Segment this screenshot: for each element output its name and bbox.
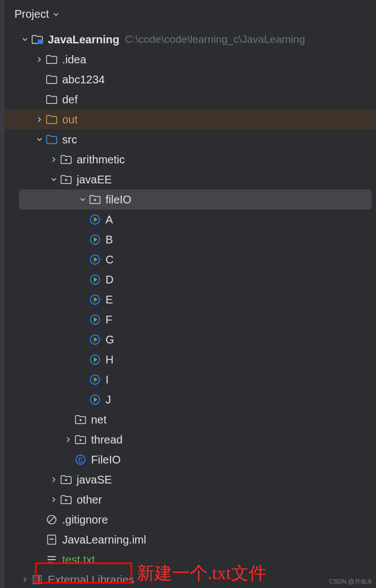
- tree-label: JavaLearning.iml: [62, 534, 146, 546]
- tree-label: E: [106, 293, 113, 306]
- tree-item-src[interactable]: src: [4, 129, 376, 150]
- java-runnable-class-icon: [89, 253, 101, 266]
- tree-label: I: [106, 373, 109, 386]
- panel-title: Project: [14, 8, 49, 21]
- tree-item-class-h[interactable]: H: [4, 350, 376, 370]
- chevron-down-icon: [33, 136, 46, 143]
- ignore-file-icon: [46, 514, 58, 526]
- module-folder-icon: [31, 33, 43, 46]
- tree-item-idea[interactable]: .idea: [4, 49, 376, 69]
- tree-item-fileio-class[interactable]: C FileIO: [4, 450, 376, 470]
- chevron-down-icon: [48, 176, 60, 183]
- folder-icon: [46, 73, 58, 86]
- svg-point-14: [79, 419, 82, 421]
- tree-item-class-g[interactable]: G: [4, 330, 376, 350]
- tree-item-def[interactable]: def: [4, 89, 376, 109]
- chevron-down-icon: [52, 11, 60, 18]
- chevron-right-icon: [48, 496, 60, 504]
- tree-label: A: [106, 213, 113, 226]
- tree-item-fileio[interactable]: fileIO: [19, 190, 372, 210]
- java-class-icon: C: [74, 454, 87, 466]
- tree-item-out[interactable]: out: [4, 109, 376, 129]
- tree-label: FileIO: [91, 454, 121, 466]
- tree-label: thread: [91, 433, 123, 446]
- chevron-right-icon: [33, 116, 46, 123]
- folder-excluded-icon: [46, 113, 58, 126]
- tree-label: B: [106, 233, 113, 246]
- chevron-right-icon: [19, 576, 31, 584]
- java-runnable-class-icon: [89, 213, 101, 226]
- tree-item-other[interactable]: other: [4, 490, 376, 510]
- tree-item-net[interactable]: net: [4, 410, 376, 430]
- package-icon: [89, 193, 101, 206]
- source-folder-icon: [46, 133, 58, 146]
- tree-label: H: [106, 353, 113, 366]
- tree-item-class-b[interactable]: B: [4, 230, 376, 250]
- package-icon: [60, 494, 72, 506]
- project-panel-header[interactable]: Project: [4, 6, 376, 29]
- java-runnable-class-icon: [89, 353, 101, 366]
- java-runnable-class-icon: [89, 393, 101, 406]
- tree-label: javaSE: [77, 474, 112, 486]
- java-runnable-class-icon: [89, 233, 101, 246]
- chevron-right-icon: [33, 56, 46, 63]
- tree-item-thread[interactable]: thread: [4, 430, 376, 450]
- svg-point-1: [65, 159, 67, 161]
- svg-point-2: [65, 179, 67, 181]
- chevron-right-icon: [48, 476, 60, 484]
- package-icon: [60, 153, 72, 166]
- java-runnable-class-icon: [89, 273, 101, 286]
- tree-label: out: [62, 113, 78, 126]
- tree-item-javaee[interactable]: javaEE: [4, 170, 376, 190]
- svg-rect-23: [49, 539, 53, 540]
- tree-item-class-f[interactable]: F: [4, 310, 376, 330]
- tree-item-abc[interactable]: abc1234: [4, 69, 376, 89]
- tree-label: .idea: [62, 53, 86, 66]
- tree-label: F: [106, 313, 112, 326]
- chevron-right-icon: [62, 436, 74, 444]
- svg-rect-0: [38, 39, 42, 44]
- tree-label: J: [106, 393, 111, 406]
- gutter-bar: [0, 0, 4, 588]
- tree-label: C: [106, 253, 113, 266]
- svg-point-18: [65, 479, 67, 481]
- tree-path: C:\code\code\learning_c\JavaLearning: [125, 33, 305, 46]
- tree-label: fileIO: [106, 193, 132, 206]
- tree-label: src: [62, 133, 77, 146]
- tree-item-class-d[interactable]: D: [4, 270, 376, 290]
- chevron-down-icon: [77, 196, 89, 203]
- tree-label: def: [62, 93, 78, 106]
- package-icon: [60, 173, 72, 186]
- chevron-down-icon: [19, 36, 31, 43]
- tree-label: abc1234: [62, 73, 105, 86]
- tree-item-root[interactable]: JavaLearning C:\code\code\learning_c\Jav…: [4, 29, 376, 49]
- svg-text:C: C: [78, 456, 83, 464]
- folder-icon: [46, 93, 58, 106]
- tree-item-gitignore[interactable]: .gitignore: [4, 510, 376, 530]
- tree-item-arithmetic[interactable]: arithmetic: [4, 150, 376, 170]
- package-icon: [60, 474, 72, 486]
- tree-item-class-c[interactable]: C: [4, 250, 376, 270]
- tree-item-class-a[interactable]: A: [4, 210, 376, 230]
- svg-point-15: [79, 439, 82, 441]
- tree-label: G: [106, 333, 114, 346]
- tree-item-class-e[interactable]: E: [4, 290, 376, 310]
- tree-label: JavaLearning: [48, 33, 119, 46]
- annotation-box: [35, 562, 132, 584]
- tree-item-class-i[interactable]: I: [4, 370, 376, 390]
- tree-label: net: [91, 413, 107, 426]
- tree-label: D: [106, 273, 113, 286]
- folder-icon: [46, 53, 58, 66]
- tree-item-class-j[interactable]: J: [4, 390, 376, 410]
- tree-label: arithmetic: [77, 153, 125, 166]
- watermark: CSDN @月临水: [329, 577, 373, 586]
- package-icon: [74, 433, 87, 446]
- tree-item-javase[interactable]: javaSE: [4, 470, 376, 490]
- java-runnable-class-icon: [89, 373, 101, 386]
- tree-item-iml[interactable]: JavaLearning.iml: [4, 530, 376, 550]
- java-runnable-class-icon: [89, 333, 101, 346]
- tree-label: other: [77, 494, 102, 506]
- svg-point-19: [65, 499, 67, 501]
- java-runnable-class-icon: [89, 293, 101, 306]
- java-runnable-class-icon: [89, 313, 101, 326]
